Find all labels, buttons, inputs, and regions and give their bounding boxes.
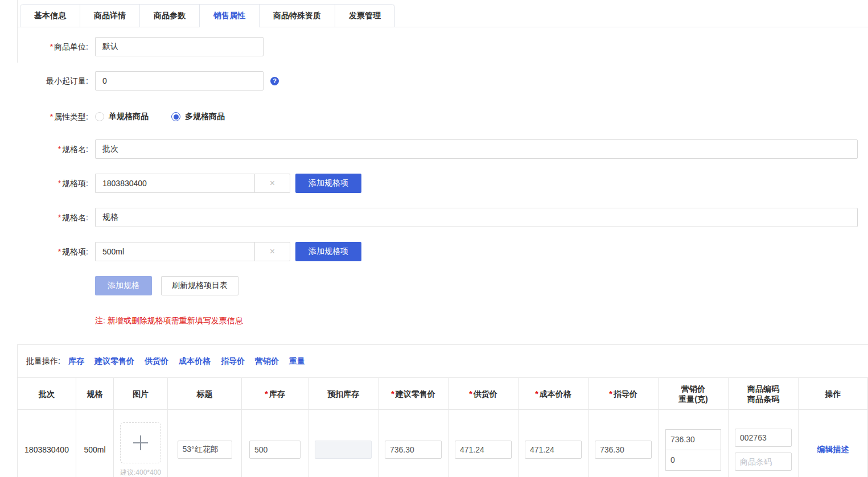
header-cost-price: 成本价格	[519, 378, 589, 409]
tab-special-qualifications[interactable]: 商品特殊资质	[260, 5, 335, 27]
header-spec: 规格	[76, 378, 114, 409]
refresh-spec-table-button[interactable]: 刷新规格项目表	[161, 276, 238, 295]
unit-input[interactable]	[95, 37, 264, 56]
barcode-input[interactable]	[735, 453, 792, 471]
tab-product-params[interactable]: 商品参数	[140, 5, 200, 27]
multi-spec-radio[interactable]	[171, 112, 180, 121]
title-input[interactable]	[178, 441, 232, 459]
header-title: 标题	[168, 378, 242, 409]
batch-link-marketing-price[interactable]: 营销价	[255, 356, 279, 367]
spec-item-label-1: 规格项:	[17, 174, 88, 193]
guide-price-input[interactable]	[595, 441, 652, 459]
clear-spec-item-button-1[interactable]: ×	[254, 174, 290, 193]
table-header-row: 批次 规格 图片 标题 库存 预扣库存 建议零售价 供货价 成本价格 指导价 营…	[18, 378, 868, 410]
batch-operations-bar: 批量操作: 库存 建议零售价 供货价 成本价格 指导价 营销价 重量	[18, 345, 868, 378]
marketing-price-input[interactable]	[665, 429, 721, 450]
weight-input[interactable]	[665, 450, 721, 471]
spec-item-label-2: 规格项:	[17, 242, 88, 261]
cell-stock	[242, 410, 308, 477]
cell-spec: 500ml	[76, 410, 114, 477]
table-row: 1803830400 500ml 建议:400*400	[18, 410, 868, 477]
batch-link-guide-price[interactable]: 指导价	[221, 356, 245, 367]
header-batch: 批次	[18, 378, 76, 409]
min-order-label: 最小起订量:	[17, 71, 88, 91]
batch-link-cost-price[interactable]: 成本价格	[179, 356, 211, 367]
attr-type-label: 属性类型:	[17, 111, 88, 122]
spec-item-input-1[interactable]	[95, 174, 254, 193]
tab-basic-info[interactable]: 基本信息	[20, 5, 80, 27]
cell-actions: 编辑描述	[799, 410, 868, 477]
tab-sales-attributes[interactable]: 销售属性	[200, 5, 260, 27]
cell-marketing-price-weight	[659, 410, 729, 477]
cell-guide-price	[589, 410, 659, 477]
batch-link-stock[interactable]: 库存	[68, 356, 84, 367]
spec-name-input-2[interactable]	[95, 208, 858, 227]
cell-cost-price	[519, 410, 589, 477]
invoice-note: 注: 新增或删除规格项需重新填写发票信息	[95, 316, 243, 326]
spec-item-input-2[interactable]	[95, 242, 254, 261]
header-actions: 操作	[799, 378, 868, 409]
batch-link-supply-price[interactable]: 供货价	[145, 356, 168, 367]
attr-type-radio-group: 单规格商品 多规格商品	[95, 111, 225, 122]
add-spec-item-button-1[interactable]: 添加规格项	[295, 174, 361, 193]
plus-icon	[133, 435, 148, 450]
cell-supply-price	[449, 410, 519, 477]
header-reserved-stock: 预扣库存	[308, 378, 379, 409]
min-order-input[interactable]	[95, 71, 264, 91]
image-upload-button[interactable]	[120, 422, 161, 463]
cell-suggested-retail-price	[379, 410, 449, 477]
close-icon: ×	[270, 178, 275, 188]
header-stock: 库存	[242, 378, 308, 409]
close-icon: ×	[270, 246, 275, 257]
add-spec-item-button-2[interactable]: 添加规格项	[295, 242, 361, 261]
header-image: 图片	[114, 378, 168, 409]
cell-image: 建议:400*400	[114, 410, 168, 477]
spec-item-group-1: ×	[95, 174, 290, 193]
cost-price-input[interactable]	[525, 441, 582, 459]
batch-link-weight[interactable]: 重量	[289, 356, 305, 367]
spec-name-label-2: 规格名:	[17, 208, 88, 227]
tabs-bottom-border	[17, 27, 868, 27]
spec-item-group-2: ×	[95, 242, 290, 261]
spec-name-label-1: 规格名:	[17, 139, 88, 159]
header-supply-price: 供货价	[449, 378, 519, 409]
tab-invoice-management[interactable]: 发票管理	[335, 5, 394, 27]
header-guide-price: 指导价	[589, 378, 659, 409]
cell-product-code-barcode	[729, 410, 799, 477]
suggested-retail-price-input[interactable]	[385, 441, 442, 459]
header-marketing-price-weight: 营销价重量(克)	[659, 378, 729, 409]
image-size-hint: 建议:400*400	[120, 468, 161, 477]
help-icon[interactable]: ?	[270, 77, 279, 85]
edit-description-link[interactable]: 编辑描述	[817, 445, 849, 455]
single-spec-radio[interactable]	[95, 112, 104, 121]
add-spec-button[interactable]: 添加规格	[95, 276, 152, 295]
sales-attributes-page: 基本信息 商品详情 商品参数 销售属性 商品特殊资质 发票管理 商品单位: 最小…	[0, 0, 868, 477]
cell-reserved-stock	[308, 410, 379, 477]
tab-product-detail[interactable]: 商品详情	[80, 5, 140, 27]
header-suggested-retail-price: 建议零售价	[379, 378, 449, 409]
product-code-input[interactable]	[735, 429, 792, 447]
sku-table: 批量操作: 库存 建议零售价 供货价 成本价格 指导价 营销价 重量 批次 规格…	[17, 344, 868, 477]
single-spec-radio-label[interactable]: 单规格商品	[109, 112, 149, 122]
spec-name-input-1[interactable]	[95, 139, 858, 159]
unit-label: 商品单位:	[17, 37, 88, 56]
batch-link-suggested-retail-price[interactable]: 建议零售价	[94, 356, 134, 367]
batch-operations-label: 批量操作:	[26, 356, 60, 367]
clear-spec-item-button-2[interactable]: ×	[254, 242, 290, 261]
stock-input[interactable]	[249, 441, 301, 459]
cell-batch: 1803830400	[18, 410, 76, 477]
product-edit-tabs: 基本信息 商品详情 商品参数 销售属性 商品特殊资质 发票管理	[20, 4, 395, 27]
cell-title	[168, 410, 242, 477]
header-product-code-barcode: 商品编码商品条码	[729, 378, 799, 409]
supply-price-input[interactable]	[455, 441, 512, 459]
multi-spec-radio-label[interactable]: 多规格商品	[185, 112, 225, 122]
reserved-stock-input	[315, 441, 372, 459]
